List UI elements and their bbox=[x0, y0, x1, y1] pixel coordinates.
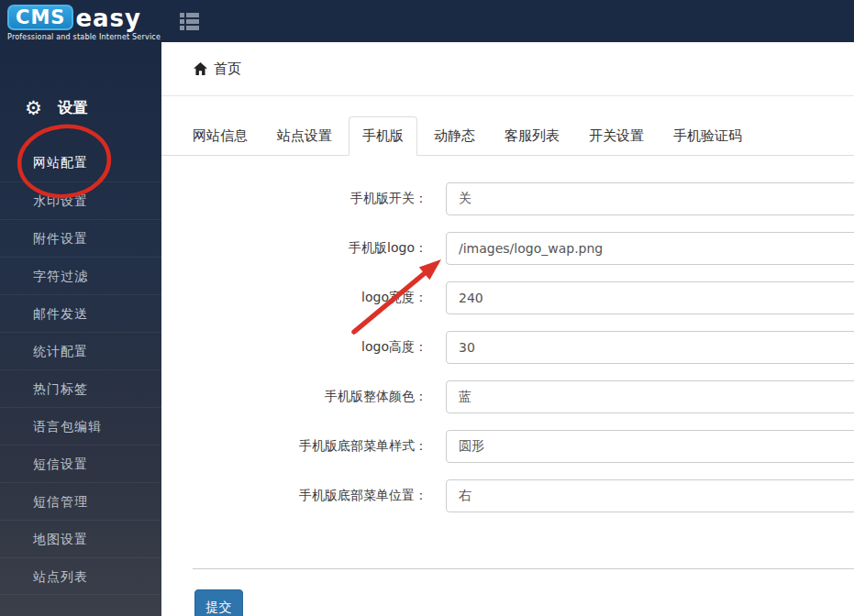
sidebar-section-title: 设置 bbox=[58, 99, 89, 118]
sidebar-item-sms-manage[interactable]: 短信管理 bbox=[0, 482, 161, 520]
logo-height-label: logo高度： bbox=[161, 339, 427, 356]
form-row: 手机版logo： bbox=[161, 232, 854, 265]
tab-site-settings[interactable]: 站点设置 bbox=[264, 116, 345, 155]
bottom-menu-position-label: 手机版底部菜单位置： bbox=[161, 488, 427, 504]
form-row: logo宽度： bbox=[161, 281, 854, 314]
form-row: logo高度： bbox=[161, 331, 854, 364]
tab-bar: 网站信息 站点设置 手机版 动静态 客服列表 开关设置 手机验证码 bbox=[161, 116, 854, 156]
tab-dynamic-static[interactable]: 动静态 bbox=[421, 116, 488, 155]
sidebar-menu: 网站配置 水印设置 附件设置 字符过滤 邮件发送 统计配置 热门标签 语言包编辑… bbox=[0, 144, 161, 595]
tab-mobile-captcha[interactable]: 手机验证码 bbox=[660, 116, 755, 155]
form-divider bbox=[193, 568, 854, 569]
sidebar: ⚙ 设置 网站配置 水印设置 附件设置 字符过滤 邮件发送 统计配置 热门标签 … bbox=[0, 42, 161, 616]
tab-site-info[interactable]: 网站信息 bbox=[180, 116, 261, 155]
gear-icon: ⚙ bbox=[25, 99, 42, 118]
mobile-version-form: 手机版开关： 手机版logo： logo宽度： logo高度： 手机版整体颜色：… bbox=[161, 156, 854, 616]
mobile-color-input[interactable] bbox=[446, 380, 854, 413]
sidebar-item-site-list[interactable]: 站点列表 bbox=[0, 557, 161, 595]
top-bar: CMS easy Professional and stable Interne… bbox=[0, 0, 854, 42]
form-row: 手机版开关： bbox=[161, 182, 854, 215]
sidebar-item-site-config[interactable]: 网站配置 bbox=[0, 144, 161, 182]
form-row: 手机版整体颜色： bbox=[161, 380, 854, 413]
bottom-menu-style-input[interactable] bbox=[446, 430, 854, 463]
breadcrumb-label: 首页 bbox=[214, 60, 241, 78]
sidebar-item-language-pack[interactable]: 语言包编辑 bbox=[0, 407, 161, 445]
sidebar-item-sms-settings[interactable]: 短信设置 bbox=[0, 445, 161, 482]
logo-cms-badge: CMS bbox=[7, 5, 73, 30]
logo-width-input[interactable] bbox=[446, 281, 854, 314]
mobile-switch-input[interactable] bbox=[446, 182, 854, 215]
sidebar-item-watermark[interactable]: 水印设置 bbox=[0, 182, 161, 219]
sidebar-item-mail-send[interactable]: 邮件发送 bbox=[0, 294, 161, 332]
mobile-switch-label: 手机版开关： bbox=[161, 191, 427, 207]
sidebar-item-hot-tags[interactable]: 热门标签 bbox=[0, 369, 161, 407]
sidebar-item-char-filter[interactable]: 字符过滤 bbox=[0, 257, 161, 294]
form-row: 手机版底部菜单样式： bbox=[161, 430, 854, 463]
cmseasy-logo[interactable]: CMS easy Professional and stable Interne… bbox=[7, 4, 161, 41]
form-row: 手机版底部菜单位置： bbox=[161, 479, 854, 512]
sidebar-item-attachment[interactable]: 附件设置 bbox=[0, 219, 161, 257]
mobile-logo-label: 手机版logo： bbox=[161, 240, 427, 257]
submit-button[interactable]: 提交 bbox=[194, 589, 243, 616]
breadcrumb-home[interactable]: 首页 bbox=[161, 42, 854, 96]
logo-tagline: Professional and stable Internet Service bbox=[7, 33, 161, 41]
home-icon bbox=[194, 62, 207, 75]
bottom-menu-position-input[interactable] bbox=[446, 479, 854, 512]
logo-width-label: logo宽度： bbox=[161, 290, 427, 306]
sidebar-section-settings: ⚙ 设置 bbox=[0, 90, 161, 126]
tab-service-list[interactable]: 客服列表 bbox=[492, 116, 572, 155]
bottom-menu-style-label: 手机版底部菜单样式： bbox=[161, 438, 427, 455]
tab-switch-settings[interactable]: 开关设置 bbox=[576, 116, 657, 155]
sidebar-item-stats-config[interactable]: 统计配置 bbox=[0, 332, 161, 369]
mobile-logo-input[interactable] bbox=[446, 232, 854, 265]
main-content: 首页 网站信息 站点设置 手机版 动静态 客服列表 开关设置 手机验证码 手机版… bbox=[161, 42, 854, 616]
sidebar-toggle-list-icon[interactable] bbox=[180, 13, 200, 30]
mobile-color-label: 手机版整体颜色： bbox=[161, 389, 427, 405]
logo-height-input[interactable] bbox=[446, 331, 854, 364]
tab-mobile-version[interactable]: 手机版 bbox=[349, 116, 417, 156]
logo-easy-text: easy bbox=[75, 7, 141, 30]
sidebar-item-map-settings[interactable]: 地图设置 bbox=[0, 520, 161, 557]
